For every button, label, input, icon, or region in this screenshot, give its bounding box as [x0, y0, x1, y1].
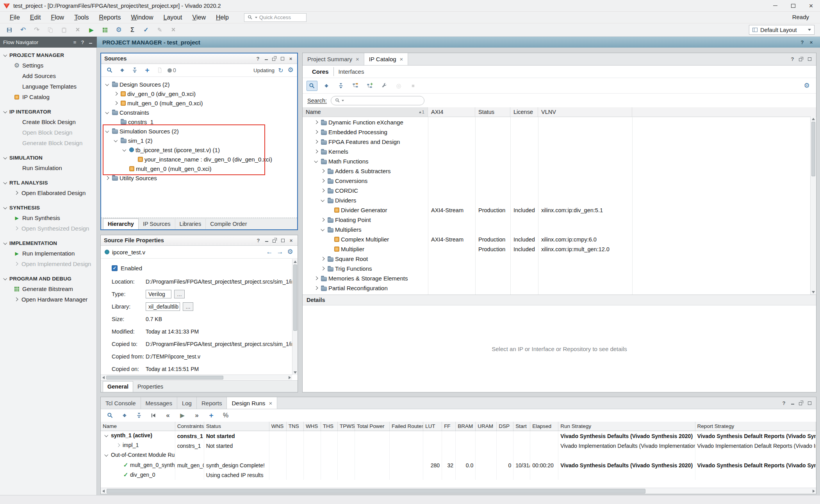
vertical-scrollbar[interactable]: [810, 116, 816, 295]
chevron-right-icon[interactable]: [313, 129, 319, 135]
ip-catalog-row-embedded-processing[interactable]: Embedded Processing: [303, 127, 816, 137]
sfp-tab-general[interactable]: General: [103, 381, 133, 392]
tree-item-div-gen-0-div-gen-0-xci[interactable]: div_gen_0 (div_gen_0.xci): [102, 89, 296, 98]
sources-tab-ip-sources[interactable]: IP Sources: [139, 219, 175, 229]
close-icon[interactable]: ×: [808, 39, 815, 45]
tree-item-design-sources-2[interactable]: Design Sources (2): [102, 80, 296, 89]
bottom-tab-tcl-console[interactable]: Tcl Console: [101, 397, 141, 409]
chevron-down-icon[interactable]: [104, 109, 111, 115]
runs-column-elapsed[interactable]: Elapsed: [530, 422, 558, 431]
runs-column-lut[interactable]: LUT: [423, 422, 442, 431]
flownav-item-open-hardware-manager[interactable]: Open Hardware Manager: [0, 294, 96, 305]
flownav-item-add-sources[interactable]: Add Sources: [0, 71, 96, 81]
runs-column-start[interactable]: Start: [513, 422, 530, 431]
minimize-icon[interactable]: [87, 39, 94, 45]
minimize-icon[interactable]: [789, 400, 796, 406]
layout-selector[interactable]: Default Layout: [749, 25, 815, 35]
edit-button[interactable]: ✎: [154, 25, 165, 35]
chevron-down-icon[interactable]: [313, 158, 319, 165]
bottom-tab-design-runs[interactable]: Design Runs×: [227, 397, 277, 409]
expand-button[interactable]: [129, 65, 140, 75]
runs-column-ths[interactable]: THS: [321, 422, 337, 431]
bottom-tab-messages[interactable]: Messages: [141, 397, 177, 409]
runs-column-ff[interactable]: FF: [442, 422, 456, 431]
collapse-button[interactable]: [117, 65, 128, 75]
gear-icon[interactable]: ⚙: [287, 66, 294, 75]
paste-button[interactable]: [59, 25, 70, 35]
runs-column-bram[interactable]: BRAM: [456, 422, 476, 431]
library-input[interactable]: xil_defaultlib: [146, 302, 180, 311]
chevron-down-icon[interactable]: [113, 137, 119, 144]
back-arrow-icon[interactable]: ←: [266, 247, 273, 257]
maximize-icon[interactable]: [806, 400, 813, 406]
ip-catalog-row-floating-point[interactable]: Floating Point: [303, 215, 816, 225]
design-run-row-out-of-context-module-runs[interactable]: Out-of-Context Module Runs: [101, 451, 816, 460]
column-header-license[interactable]: License: [510, 107, 538, 117]
flownav-section-header[interactable]: SIMULATION: [0, 153, 96, 163]
tree-item-mult-gen-0-mult-gen-0-xci[interactable]: mult_gen_0 (mult_gen_0.xci): [102, 98, 296, 108]
close-icon[interactable]: ×: [400, 56, 403, 62]
file-button[interactable]: [154, 65, 165, 75]
forward-arrow-icon[interactable]: →: [276, 247, 284, 257]
maximize-icon[interactable]: [279, 55, 286, 62]
flownav-item-run-simulation[interactable]: Run Simulation: [0, 163, 96, 173]
menu-layout[interactable]: Layout: [158, 13, 187, 22]
ip-catalog-row-complex-multiplier[interactable]: Complex MultiplierAXI4-StreamProductionI…: [303, 234, 816, 244]
maximize-icon[interactable]: [280, 237, 286, 243]
sources-panel-titlebar[interactable]: Sources ?×: [101, 53, 297, 64]
close-icon[interactable]: ×: [269, 400, 272, 406]
maximize-button[interactable]: [784, 0, 802, 11]
chevron-right-icon[interactable]: [313, 275, 319, 282]
column-header-status[interactable]: Status: [475, 107, 510, 117]
step-back-button[interactable]: «: [162, 410, 173, 421]
target-button[interactable]: ◎: [393, 81, 404, 91]
subtab-interfaces[interactable]: Interfaces: [333, 67, 369, 76]
sfp-titlebar[interactable]: Source File Properties ?×: [101, 235, 298, 246]
runs-column-uram[interactable]: URAM: [476, 422, 497, 431]
wrench-button[interactable]: [379, 81, 390, 91]
flownav-item-ip-catalog[interactable]: IP Catalog: [0, 92, 96, 102]
float-icon[interactable]: [798, 400, 804, 406]
ip-catalog-row-fpga-features-and-design[interactable]: FPGA Features and Design: [303, 137, 816, 147]
chevron-right-icon[interactable]: [320, 178, 326, 184]
tree-item-tb-ipcore-test-ipcore-test-v-1[interactable]: tb_ipcore_test (ipcore_test.v) (1): [102, 145, 296, 154]
chevron-right-icon[interactable]: [113, 100, 119, 106]
ip-catalog-row-cordic[interactable]: CORDIC: [303, 186, 816, 195]
help-icon[interactable]: ?: [799, 39, 806, 45]
chevron-right-icon[interactable]: [104, 175, 111, 181]
menu-file[interactable]: File: [5, 13, 25, 22]
expand-button[interactable]: [134, 410, 144, 421]
add-hierarchy-button[interactable]: [364, 81, 375, 91]
flownav-item-create-block-design[interactable]: Create Block Design: [0, 117, 96, 127]
gear-icon[interactable]: ⚙: [287, 247, 294, 257]
ip-catalog-row-math-functions[interactable]: Math Functions: [303, 156, 816, 166]
ip-catalog-row-dynamic-function-exchange[interactable]: Dynamic Function eXchange: [303, 117, 816, 127]
flownav-item-open-elaborated-design[interactable]: Open Elaborated Design: [0, 188, 96, 198]
runs-column-whs[interactable]: WHS: [303, 422, 321, 431]
column-header-vlnv[interactable]: VLNV: [538, 107, 632, 117]
sfp-tab-properties[interactable]: Properties: [133, 382, 168, 392]
editor-tab-ip-catalog[interactable]: IP Catalog×: [364, 53, 408, 65]
flownav-item-language-templates[interactable]: Language Templates: [0, 81, 96, 92]
help-icon[interactable]: ?: [79, 39, 86, 45]
design-run-row-mult-gen-0-synth-1[interactable]: ✓mult_gen_0_synth_1mult_gen_0synth_desig…: [101, 460, 816, 470]
delete-button[interactable]: ×: [72, 25, 83, 35]
step-first-button[interactable]: [148, 410, 159, 421]
browse-button[interactable]: …: [183, 302, 193, 311]
sources-tab-libraries[interactable]: Libraries: [175, 219, 206, 229]
help-icon[interactable]: ?: [781, 400, 787, 406]
settings-button[interactable]: ⚙: [113, 25, 124, 35]
horizontal-scrollbar[interactable]: [101, 488, 816, 494]
help-icon[interactable]: ?: [255, 55, 261, 62]
runs-column-dsp[interactable]: DSP: [497, 422, 513, 431]
flownav-section-header[interactable]: SYNTHESIS: [0, 202, 96, 213]
vertical-scrollbar[interactable]: [292, 259, 298, 375]
enabled-checkbox[interactable]: ✓: [112, 265, 118, 271]
flownav-item-generate-block-design[interactable]: Generate Block Design: [0, 138, 96, 148]
chevron-right-icon[interactable]: [320, 266, 326, 272]
float-icon[interactable]: [271, 55, 278, 62]
runs-column-constraints[interactable]: Constraints: [175, 422, 204, 431]
menu-window[interactable]: Window: [126, 13, 159, 22]
ip-catalog-row-kernels[interactable]: Kernels: [303, 147, 816, 156]
flownav-item-run-implementation[interactable]: ▶Run Implementation: [0, 248, 96, 259]
